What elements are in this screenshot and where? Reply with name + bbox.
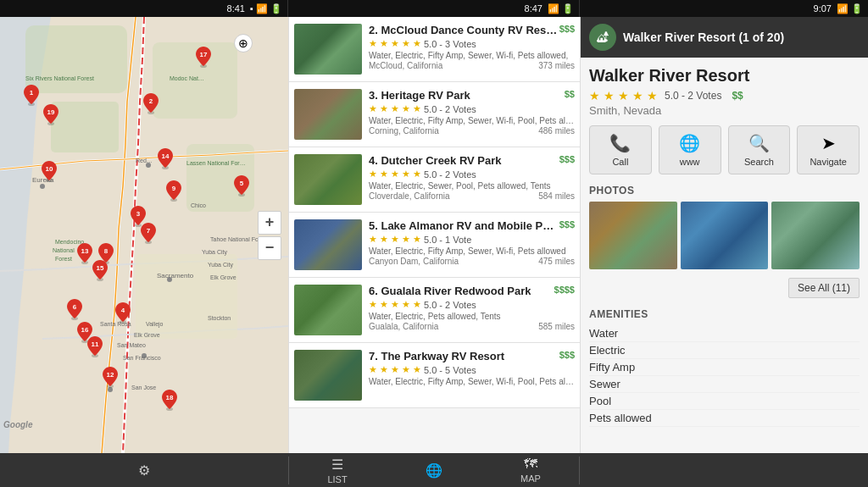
map-pin-10[interactable]: 10	[40, 160, 58, 182]
status-icons-mid: 📶 🔋	[548, 3, 574, 14]
zoom-in-button[interactable]: +	[258, 211, 281, 235]
svg-text:18: 18	[166, 394, 174, 401]
list-location: Canyon Dam, California	[369, 257, 459, 266]
map-pin-19[interactable]: 19	[42, 103, 60, 125]
photo-item[interactable]	[589, 202, 677, 269]
list-item[interactable]: 7. The Parkway RV Resort $$$ ★★★★★ 5.0 -…	[289, 343, 580, 408]
svg-text:National: National	[53, 247, 75, 253]
status-time-right: 9:07	[814, 3, 832, 14]
nav-settings[interactable]: ⚙	[0, 462, 288, 479]
list-item[interactable]: 5. Lake Almanor RV and Mobile Par… $$$ ★…	[289, 213, 580, 278]
star-icon: ★	[369, 234, 377, 245]
svg-text:Stockton: Stockton	[208, 315, 231, 321]
list-distance: 475 miles	[538, 257, 575, 266]
star-icon: ★	[391, 103, 399, 114]
star-icon: ★	[369, 364, 377, 375]
amenities-section-title: AMENITIES	[589, 308, 860, 320]
call-button[interactable]: 📞 Call	[589, 125, 652, 174]
map-pin-9[interactable]: 9	[164, 180, 183, 202]
star-icon: ★	[402, 364, 410, 375]
google-logo: Google	[3, 420, 32, 429]
list-item-stars: ★★★★★ 5.0 - 1 Vote	[369, 234, 575, 245]
www-label: www	[680, 157, 700, 167]
see-all-button[interactable]: See All (11)	[788, 278, 860, 298]
map-pin-6[interactable]: 6	[65, 298, 84, 320]
map-pin-5[interactable]: 5	[232, 174, 251, 196]
svg-text:9: 9	[172, 185, 176, 192]
star-icon: ★	[391, 169, 399, 180]
star-icon: ★	[402, 169, 410, 180]
list-distance: 373 miles	[538, 61, 575, 70]
amenities-list: Water Electric Fifty Amp Sewer Pool Pets…	[589, 325, 860, 427]
list-thumbnail	[294, 350, 362, 401]
photo-item[interactable]	[771, 202, 860, 269]
star-icon: ★	[391, 234, 399, 245]
star-icon: ★	[369, 169, 377, 180]
list-item[interactable]: 6. Gualala River Redwood Park $$$$ ★★★★★…	[289, 278, 580, 343]
photo-item[interactable]	[681, 202, 769, 269]
nav-map[interactable]: 🗺 MAP	[482, 457, 579, 484]
map-pin-12[interactable]: 12	[101, 366, 120, 388]
svg-text:San Francisco: San Francisco	[123, 355, 161, 361]
svg-text:San Mateo: San Mateo	[117, 342, 146, 348]
list-panel: 2. McCloud Dance County RV Resor… $$$ ★★…	[288, 17, 580, 453]
status-icons-right: 📶 🔋	[837, 3, 863, 14]
svg-text:Red…: Red…	[136, 158, 153, 163]
map-pin-7[interactable]: 7	[139, 222, 158, 244]
star-icon: ★	[402, 103, 410, 114]
search-button[interactable]: 🔍 Search	[728, 125, 791, 174]
list-amenities: Water, Electric, Fifty Amp, Sewer, Wi-fi…	[369, 377, 575, 386]
list-item-stars: ★★★★★ 5.0 - 2 Votes	[369, 103, 575, 114]
map-pin-2[interactable]: 2	[142, 92, 160, 114]
list-item-info: 3. Heritage RV Park $$ ★★★★★ 5.0 - 2 Vot…	[369, 89, 575, 140]
list-amenities: Water, Electric, Sewer, Pool, Pets allow…	[369, 181, 575, 191]
map-pin-17[interactable]: 17	[194, 46, 213, 68]
phone-icon: 📞	[609, 133, 631, 153]
map-pin-1[interactable]: 1	[22, 84, 41, 106]
detail-price: $$	[732, 90, 743, 102]
list-item[interactable]: 2. McCloud Dance County RV Resor… $$$ ★★…	[289, 17, 580, 82]
star-icon: ★	[391, 38, 399, 49]
map-pin-14[interactable]: 14	[156, 147, 175, 169]
svg-text:Sacramento: Sacramento	[157, 272, 194, 279]
list-location: Cloverdale, California	[369, 191, 450, 201]
navigate-icon: ➤	[821, 133, 836, 153]
map-pin-15[interactable]: 15	[91, 259, 109, 281]
detail-resort-name: Walker River Resort	[589, 66, 860, 86]
svg-text:4: 4	[121, 307, 125, 314]
svg-text:Vallejo: Vallejo	[146, 321, 164, 328]
list-thumbnail	[294, 219, 362, 270]
detail-rating: 5.0 - 2 Votes	[665, 90, 721, 102]
status-time-left: 8:41	[227, 3, 245, 14]
svg-text:3: 3	[136, 210, 141, 218]
list-item[interactable]: 4. Dutcher Creek RV Park $$$ ★★★★★ 5.0 -…	[289, 147, 580, 213]
nav-globe[interactable]: 🌐	[386, 462, 482, 479]
list-item[interactable]: 3. Heritage RV Park $$ ★★★★★ 5.0 - 2 Vot…	[289, 82, 580, 147]
list-item-info: 7. The Parkway RV Resort $$$ ★★★★★ 5.0 -…	[369, 350, 575, 401]
star-icon: ★	[380, 103, 388, 114]
nav-map-label: MAP	[520, 473, 541, 484]
call-label: Call	[612, 157, 628, 167]
location-icon[interactable]: ⊕	[234, 34, 253, 53]
list-item-price: $$$$	[554, 285, 575, 295]
list-item-title: 3. Heritage RV Park	[369, 89, 470, 102]
list-rating: 5.0 - 2 Votes	[424, 300, 476, 310]
map-pin-11[interactable]: 11	[86, 335, 104, 357]
star-icon: ★	[413, 234, 421, 245]
star-icon: ★	[402, 234, 410, 245]
map-pin-18[interactable]: 18	[160, 389, 179, 411]
zoom-out-button[interactable]: −	[258, 236, 281, 260]
star-icon: ★	[391, 364, 399, 375]
navigate-button[interactable]: ➤ Navigate	[797, 125, 860, 174]
star-icon: ★	[632, 89, 643, 102]
map-pin-4[interactable]: 4	[114, 302, 132, 324]
search-icon: 🔍	[748, 133, 770, 153]
star-icon: ★	[369, 103, 377, 114]
search-label: Search	[744, 157, 774, 167]
www-button[interactable]: 🌐 www	[659, 125, 721, 174]
svg-text:8: 8	[104, 247, 108, 255]
list-item-info: 6. Gualala River Redwood Park $$$$ ★★★★★…	[369, 285, 575, 335]
list-item-info: 4. Dutcher Creek RV Park $$$ ★★★★★ 5.0 -…	[369, 154, 575, 205]
list-amenities: Water, Electric, Fifty Amp, Sewer, Wi-fi…	[369, 51, 575, 60]
nav-list[interactable]: ☰ LIST	[289, 457, 386, 484]
